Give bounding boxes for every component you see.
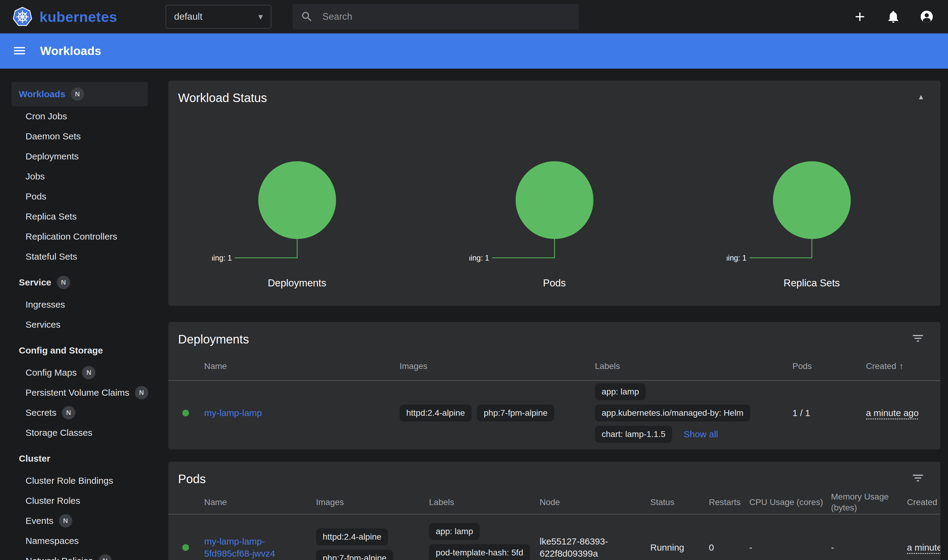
create-button[interactable] xyxy=(852,9,868,25)
status-cell xyxy=(168,544,204,551)
created-cell: a minute ago xyxy=(866,408,940,418)
menu-button[interactable] xyxy=(12,43,27,59)
chart-replica-sets: Running: 1Replica Sets xyxy=(683,158,940,289)
sidebar-item-stateful-sets[interactable]: Stateful Sets xyxy=(0,246,158,267)
th-name[interactable]: Name xyxy=(204,497,316,507)
sidebar-item-cron-jobs[interactable]: Cron Jobs xyxy=(0,106,158,126)
image-chip: php:7-fpm-alpine xyxy=(316,550,393,560)
card-title: Deployments xyxy=(178,332,249,347)
kubernetes-logo-icon xyxy=(12,6,33,27)
th-node[interactable]: Node xyxy=(540,497,650,507)
account-circle-icon xyxy=(919,9,934,24)
deployments-card: Deployments NameImagesLabelsPodsCreated↑… xyxy=(168,322,940,449)
show-all-link[interactable]: Show all xyxy=(684,428,718,440)
th-restarts[interactable]: Restarts xyxy=(709,497,749,507)
sidebar-item-cluster-roles[interactable]: Cluster Roles xyxy=(0,491,158,511)
sidebar-item-cluster-role-bindings[interactable]: Cluster Role Bindings xyxy=(0,471,158,491)
sidebar-item-network-policies[interactable]: Network PoliciesN xyxy=(0,551,158,560)
status-ok-icon xyxy=(182,410,189,416)
app-header: kubernetes default ▾ xyxy=(0,0,948,34)
node-cell: lke55127-86393-622f8d09399a xyxy=(540,535,650,560)
th-images[interactable]: Images xyxy=(316,497,429,507)
plus-icon xyxy=(852,9,867,24)
card-title: Workload Status xyxy=(178,90,267,105)
workload-status-card: Workload Status ▲ Running: 1DeploymentsR… xyxy=(168,80,940,306)
new-badge: N xyxy=(71,88,84,101)
memory-usage-cell: - xyxy=(831,542,907,553)
sidebar-item-events[interactable]: EventsN xyxy=(0,511,158,531)
card-title: Pods xyxy=(178,471,206,486)
th-label: Labels xyxy=(595,362,620,371)
new-badge: N xyxy=(62,406,76,419)
bell-icon xyxy=(886,9,900,24)
sidebar-item-daemon-sets[interactable]: Daemon Sets xyxy=(0,126,158,146)
th-label: Restarts xyxy=(709,497,740,507)
pie-chart: Running: 1 xyxy=(212,158,382,265)
sidebar-item-label: Jobs xyxy=(26,171,45,182)
th-images[interactable]: Images xyxy=(399,362,595,371)
sidebar-item-config-and-storage[interactable]: Config and Storage xyxy=(0,338,158,363)
sidebar-item-namespaces[interactable]: Namespaces xyxy=(0,531,158,551)
pods-card: Pods NameImagesLabelsNodeStatusRestartsC… xyxy=(168,462,940,560)
th-status[interactable]: Status xyxy=(650,497,709,507)
sidebar-item-config-maps[interactable]: Config MapsN xyxy=(0,363,158,383)
th-labels[interactable]: Labels xyxy=(429,497,540,507)
th-labels[interactable]: Labels xyxy=(595,362,792,371)
deployment-name-link[interactable]: my-lamp-lamp xyxy=(204,408,262,418)
labels-last-line: chart: lamp-1.1.5Show all xyxy=(595,426,718,443)
namespace-selector[interactable]: default ▾ xyxy=(166,5,271,29)
sidebar-item-deployments[interactable]: Deployments xyxy=(0,146,158,166)
callout-line xyxy=(492,239,555,258)
pod-name-link[interactable]: my-lamp-lamp-5fd985cf68-jwvz4 xyxy=(204,536,275,558)
sidebar-item-ingresses[interactable]: Ingresses xyxy=(0,295,158,315)
callout-label: Running: 1 xyxy=(212,254,232,262)
th-pods[interactable]: Pods xyxy=(792,362,866,371)
status-cell xyxy=(168,410,204,416)
pods-card-header: Pods xyxy=(168,462,940,486)
image-chip: httpd:2.4-alpine xyxy=(399,405,472,422)
account-button[interactable] xyxy=(919,9,935,25)
filter-button[interactable] xyxy=(911,471,925,485)
search-input[interactable] xyxy=(322,11,571,22)
th-created[interactable]: Created↑ xyxy=(907,497,940,507)
label-chip: app.kubernetes.io/managed-by: Helm xyxy=(595,405,750,422)
callout-line xyxy=(749,239,812,258)
th-label: Memory Usage (bytes) xyxy=(831,492,889,512)
chevron-down-icon: ▾ xyxy=(258,12,263,21)
sidebar-item-secrets[interactable]: SecretsN xyxy=(0,403,158,423)
deployments-thead: NameImagesLabelsPodsCreated↑ xyxy=(168,352,940,380)
chart-pods: Running: 1Pods xyxy=(426,158,683,289)
sidebar-item-persistent-volume-claims[interactable]: Persistent Volume ClaimsN xyxy=(0,383,158,403)
sidebar-item-pods[interactable]: Pods xyxy=(0,186,158,206)
th-name[interactable]: Name xyxy=(204,362,399,371)
sidebar-item-replica-sets[interactable]: Replica Sets xyxy=(0,206,158,226)
labels-cell: app: lampapp.kubernetes.io/managed-by: H… xyxy=(595,383,792,443)
filter-button[interactable] xyxy=(911,332,925,345)
th-memory-usage-bytes[interactable]: Memory Usage (bytes) xyxy=(831,491,907,513)
callout-label: Running: 1 xyxy=(469,254,489,262)
sidebar-item-storage-classes[interactable]: Storage Classes xyxy=(0,423,158,443)
new-badge: N xyxy=(99,554,112,560)
sidebar-item-services[interactable]: Services xyxy=(0,315,158,335)
table-row: my-lamp-lamp-5fd985cf68-jwvz4httpd:2.4-a… xyxy=(168,514,940,560)
collapse-button[interactable]: ▲ xyxy=(917,92,925,101)
th-cpu-usage-cores[interactable]: CPU Usage (cores) xyxy=(749,497,831,507)
chart-title: Deployments xyxy=(268,277,326,289)
sidebar: WorkloadsNCron JobsDaemon SetsDeployment… xyxy=(0,69,158,560)
sidebar-item-cluster[interactable]: Cluster xyxy=(0,446,158,471)
sidebar-item-service[interactable]: ServiceN xyxy=(0,270,158,295)
label-chip: app: lamp xyxy=(595,383,646,400)
search-bar[interactable] xyxy=(293,4,579,29)
th-created[interactable]: Created↑ xyxy=(866,362,940,371)
sidebar-item-label: Replication Controllers xyxy=(26,231,117,242)
th-label: Status xyxy=(650,497,674,507)
pie-slice-running xyxy=(258,161,336,239)
sidebar-item-workloads[interactable]: WorkloadsN xyxy=(12,82,148,106)
sidebar-item-jobs[interactable]: Jobs xyxy=(0,166,158,186)
image-chip: php:7-fpm-alpine xyxy=(477,405,554,422)
images-cell: httpd:2.4-alpinephp:7-fpm-alpine xyxy=(399,405,595,422)
brand: kubernetes xyxy=(12,6,140,27)
sidebar-item-replication-controllers[interactable]: Replication Controllers xyxy=(0,226,158,246)
notifications-button[interactable] xyxy=(885,9,901,25)
hamburger-icon xyxy=(12,43,27,58)
